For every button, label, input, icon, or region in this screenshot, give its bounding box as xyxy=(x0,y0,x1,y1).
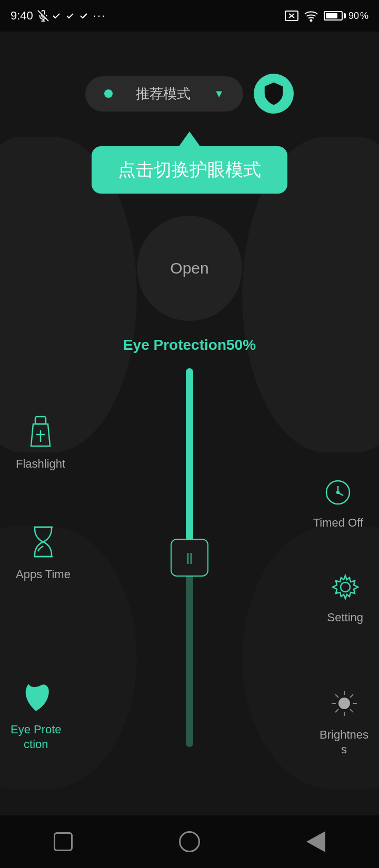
flashlight-icon xyxy=(27,416,54,451)
sidebar-item-eyeprotection[interactable]: Eye Protection xyxy=(11,681,62,752)
eye-protection-status: Eye Protection50% xyxy=(123,337,256,354)
main-area: 推荐模式 ▼ 点击切换护眼模式 Open Eye Protection50% |… xyxy=(0,32,379,815)
clock-icon xyxy=(324,479,352,510)
home-icon xyxy=(179,831,200,852)
mode-row: 推荐模式 ▼ xyxy=(0,74,379,114)
muted-icon xyxy=(37,10,49,22)
wifi-icon xyxy=(304,10,318,22)
open-label: Open xyxy=(170,259,208,277)
brightness-slider[interactable]: || xyxy=(174,368,205,747)
svg-point-6 xyxy=(310,20,312,22)
leaf-icon xyxy=(21,681,51,717)
sidebar-item-flashlight[interactable]: Flashlight xyxy=(16,416,65,472)
status-icons: ··· xyxy=(37,9,106,23)
recent-apps-icon xyxy=(54,832,73,851)
x-icon xyxy=(285,11,298,21)
brightness-label: Brightness xyxy=(320,728,368,758)
hourglass-icon xyxy=(29,526,57,562)
svg-line-24 xyxy=(335,694,338,698)
time-display: 9:40 xyxy=(11,9,33,23)
tooltip-arrow xyxy=(179,132,200,146)
tooltip-container: 点击切换护眼模式 xyxy=(92,132,287,194)
sidebar-item-brightness[interactable]: Brightness xyxy=(320,689,368,758)
mode-selector[interactable]: 推荐模式 ▼ xyxy=(85,76,243,112)
svg-rect-9 xyxy=(35,417,46,424)
mode-dot xyxy=(104,89,113,98)
check2-icon xyxy=(66,12,76,19)
battery-level: 90 xyxy=(348,11,359,22)
dots-icon: ··· xyxy=(93,9,106,23)
nav-recent-button[interactable] xyxy=(47,826,79,857)
open-button[interactable]: Open xyxy=(137,216,242,321)
sidebar-item-timedoff[interactable]: Timed Off xyxy=(313,479,363,531)
svg-point-17 xyxy=(337,491,339,493)
check1-icon xyxy=(52,12,63,19)
setting-label: Setting xyxy=(327,610,364,625)
svg-point-19 xyxy=(339,698,350,709)
timedoff-label: Timed Off xyxy=(313,516,363,531)
svg-line-27 xyxy=(335,709,338,712)
nav-back-button[interactable] xyxy=(300,826,332,857)
appstime-label: Apps Time xyxy=(16,567,71,582)
shield-icon xyxy=(263,82,284,105)
tooltip-box[interactable]: 点击切换护眼模式 xyxy=(92,146,287,194)
status-left: 9:40 ··· xyxy=(11,9,106,23)
gear-icon xyxy=(332,573,359,605)
slider-handle-icon: || xyxy=(186,551,192,564)
slider-track: || xyxy=(186,368,193,747)
mode-dropdown-icon[interactable]: ▼ xyxy=(214,88,224,100)
nav-home-button[interactable] xyxy=(174,826,205,857)
back-icon xyxy=(306,831,325,852)
flashlight-label: Flashlight xyxy=(16,457,65,472)
status-bar: 9:40 ··· xyxy=(0,0,379,32)
sidebar-item-appstime[interactable]: Apps Time xyxy=(16,526,71,582)
bottom-nav xyxy=(0,815,379,868)
shield-button[interactable] xyxy=(254,74,294,114)
sidebar-item-setting[interactable]: Setting xyxy=(327,573,364,625)
check3-icon xyxy=(79,12,90,19)
battery-indicator: 90% xyxy=(324,11,368,22)
mode-label: 推荐模式 xyxy=(121,85,205,103)
svg-point-18 xyxy=(341,582,350,592)
eyeprotection-label: Eye Protection xyxy=(11,722,62,752)
brightness-icon xyxy=(330,689,359,722)
svg-line-26 xyxy=(350,694,353,698)
svg-line-25 xyxy=(350,709,353,712)
slider-handle[interactable]: || xyxy=(171,539,208,577)
status-right: 90% xyxy=(285,10,368,22)
